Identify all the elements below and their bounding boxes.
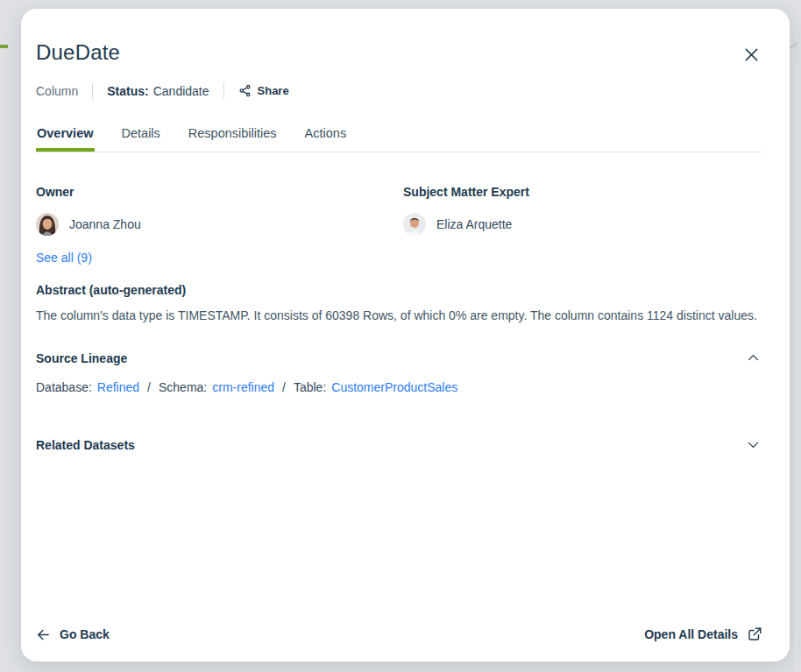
see-all-link[interactable]: See all (9) — [36, 251, 92, 265]
chevron-up-icon — [746, 350, 761, 365]
sme-heading: Subject Matter Expert — [403, 185, 762, 199]
chevron-down-icon — [746, 437, 761, 452]
asset-meta-row: Column Status: Candidate Share — [36, 82, 762, 99]
breadcrumb-separator: / — [282, 380, 286, 394]
database-link[interactable]: Refined — [97, 380, 139, 394]
owner-user-chip[interactable]: Joanna Zhou — [36, 213, 403, 236]
status-badge: Candidate — [153, 84, 209, 98]
schema-link[interactable]: crm-refined — [212, 380, 274, 394]
people-section: Owner Subject Matter Expert Joanna Zhou — [36, 185, 762, 236]
share-label: Share — [258, 84, 289, 97]
owner-name: Joanna Zhou — [69, 217, 141, 231]
open-all-details-label: Open All Details — [644, 627, 738, 641]
open-all-details-button[interactable]: Open All Details — [644, 626, 762, 642]
related-datasets-heading: Related Datasets — [36, 438, 135, 452]
tab-details[interactable]: Details — [121, 126, 161, 152]
table-link[interactable]: CustomerProductSales — [331, 380, 457, 394]
share-network-icon — [238, 84, 252, 97]
meta-divider — [92, 82, 93, 99]
tab-responsibilities[interactable]: Responsibilities — [188, 126, 278, 152]
sme-name: Eliza Arquette — [436, 217, 512, 231]
sme-user-chip[interactable]: Eliza Arquette — [403, 213, 762, 236]
breadcrumb-separator: / — [147, 380, 151, 394]
collapse-source-lineage-button[interactable] — [744, 349, 762, 367]
go-back-label: Go Back — [60, 627, 110, 641]
arrow-left-icon — [36, 627, 51, 642]
background-divider-line — [796, 61, 797, 672]
schema-label: Schema: — [159, 380, 207, 394]
abstract-heading: Abstract (auto-generated) — [36, 283, 762, 297]
close-icon — [742, 46, 761, 64]
avatar — [36, 213, 59, 236]
abstract-text: The column's data type is TIMESTAMP. It … — [36, 307, 762, 325]
tab-actions[interactable]: Actions — [304, 126, 348, 152]
close-button[interactable] — [739, 42, 764, 67]
modal-footer: Go Back Open All Details — [36, 618, 762, 642]
background-green-accent — [0, 45, 8, 48]
share-button[interactable]: Share — [238, 84, 289, 97]
modal-header: DueDate — [36, 40, 762, 67]
asset-type-label: Column — [36, 84, 78, 98]
tab-bar: Overview Details Responsibilities Action… — [36, 126, 762, 152]
overview-tab-panel: Owner Subject Matter Expert Joanna Zhou — [36, 152, 762, 618]
lineage-breadcrumb: Database: Refined / Schema: crm-refined … — [36, 380, 762, 394]
owner-heading: Owner — [36, 185, 403, 199]
table-label: Table: — [294, 380, 326, 394]
asset-detail-modal: DueDate Column Status: Candidate Share — [21, 9, 790, 661]
source-lineage-heading: Source Lineage — [36, 351, 127, 365]
external-link-icon — [747, 626, 762, 642]
avatar — [403, 213, 426, 236]
expand-related-datasets-button[interactable] — [744, 435, 762, 454]
related-datasets-section-header[interactable]: Related Datasets — [36, 435, 762, 454]
page-title: DueDate — [36, 40, 120, 65]
source-lineage-section-header[interactable]: Source Lineage — [36, 349, 762, 367]
status-label: Status: — [107, 84, 148, 98]
go-back-button[interactable]: Go Back — [36, 627, 110, 642]
database-label: Database: — [36, 380, 92, 394]
meta-divider — [223, 82, 224, 99]
tab-overview[interactable]: Overview — [36, 126, 95, 152]
